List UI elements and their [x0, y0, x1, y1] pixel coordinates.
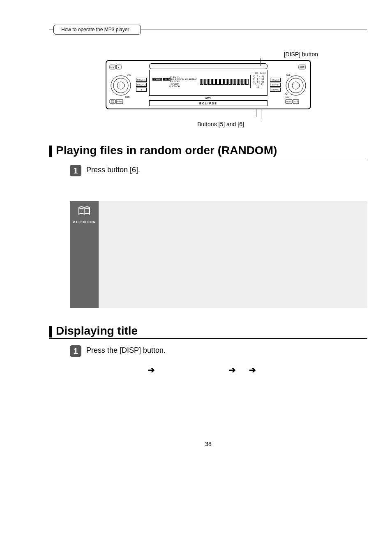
svg-text:DISC: DISC — [110, 66, 115, 69]
step-text: Press the [DISP] button. — [86, 345, 166, 355]
svg-point-6 — [117, 82, 125, 89]
right-knob: DISP SEL RESET FUNC RTN — [281, 61, 310, 109]
scan-button: 4 SCAN — [270, 78, 281, 82]
preset-grid: 1) 2) 3) 4) 5) 6) 7) 8) 9) 10) 11) 12) — [250, 75, 265, 88]
brand-bar: ECLIPSE — [149, 100, 267, 106]
callout-disp-button: [DISP] button — [49, 51, 367, 58]
callout-buttons-5-6: Buttons [5] and [6] — [49, 121, 367, 127]
right-side-buttons: 4 SCAN 5 RPT 6 RAND — [269, 61, 281, 109]
disc-up-button: DISC∧ 1 — [136, 78, 147, 82]
rpt-button: 5 RPT — [270, 83, 281, 87]
preset-3-button: 3 — [136, 88, 147, 92]
model-label: CD 3413 — [255, 72, 265, 74]
header-rule: How to operate the MP3 player — [49, 25, 367, 35]
svg-text:RTN: RTN — [294, 100, 298, 103]
section-heading-random: Playing files in random order (RANDOM) — [49, 144, 367, 158]
arrow-icon: ➔ — [148, 365, 155, 375]
step-number-badge: 1 — [70, 165, 81, 176]
left-knob: DISC ▲ VOL ESN FM AM PWR — [106, 61, 135, 109]
arrow-row: ➔ ➔ ➔ — [49, 365, 367, 375]
svg-text:VOL: VOL — [127, 74, 131, 76]
attention-label: ATTENTION — [73, 220, 95, 224]
svg-point-18 — [292, 82, 300, 89]
step-number-badge: 1 — [70, 345, 81, 357]
step-1-title: 1 Press the [DISP] button. — [70, 345, 367, 357]
breadcrumb: How to operate the MP3 player — [53, 25, 141, 35]
book-icon — [77, 205, 91, 217]
step-1-random: 1 Press button [6]. — [70, 165, 367, 176]
svg-text:SEL: SEL — [286, 74, 291, 76]
svg-text:FUNC: FUNC — [286, 100, 292, 103]
svg-text:▲: ▲ — [118, 66, 120, 69]
device-figure: DISC ▲ VOL ESN FM AM PWR DISC∧ 1 — [106, 60, 311, 109]
disc-down-button: DISC∨ 2 — [136, 83, 147, 87]
arrow-icon: ➔ — [249, 365, 256, 375]
mp3-label: MP3 — [149, 97, 267, 99]
svg-text:AM: AM — [111, 102, 114, 104]
page-number: 38 — [49, 441, 367, 447]
rand-button: 6 RAND — [270, 88, 281, 92]
attention-box: ATTENTION — [70, 201, 367, 308]
lcd-segments — [200, 79, 249, 85]
step-text: Press button [6]. — [86, 165, 140, 174]
svg-text:PWR: PWR — [117, 100, 122, 103]
lcd: CD 3413 ▼ AM ▢ STEREO LOUD ALL RANDOM AL… — [149, 70, 267, 96]
svg-text:ESN: ESN — [125, 96, 130, 98]
svg-text:DISP: DISP — [300, 66, 304, 68]
section-heading-title: Displaying title — [49, 324, 367, 339]
svg-point-21 — [286, 93, 287, 95]
disc-slot — [149, 63, 267, 69]
left-side-buttons: DISC∧ 1 DISC∨ 2 3 — [135, 61, 148, 109]
svg-text:RESET: RESET — [285, 96, 291, 98]
arrow-icon: ➔ — [229, 365, 236, 375]
